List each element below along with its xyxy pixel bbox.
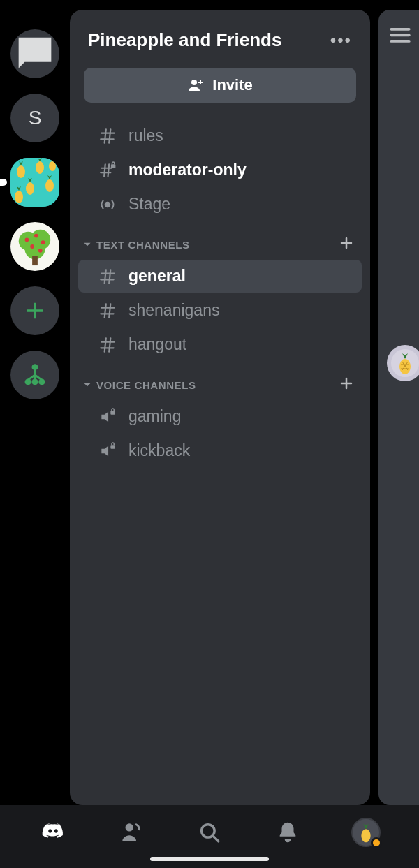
svg-point-18	[33, 380, 37, 384]
add-channel-button[interactable]	[338, 375, 355, 395]
server-rail: S	[0, 10, 70, 805]
channel-label: shenanigans	[128, 301, 219, 320]
channel-label: moderator-only	[128, 161, 247, 179]
stage-icon	[98, 196, 117, 214]
active-server-indicator	[0, 179, 7, 186]
svg-point-16	[33, 365, 37, 369]
plus-icon	[338, 235, 355, 251]
channel-label: Stage	[128, 195, 170, 214]
text-icon	[98, 267, 117, 286]
channel-label: hangout	[128, 335, 186, 354]
svg-point-3	[26, 182, 34, 195]
svg-point-17	[26, 380, 30, 384]
tab-notifications[interactable]	[267, 811, 309, 853]
svg-point-30	[126, 823, 133, 831]
svg-rect-24	[110, 445, 115, 448]
server-menu-button[interactable]: •••	[330, 31, 352, 50]
channel-general[interactable]: general	[78, 260, 362, 293]
chat-preview-sliver[interactable]	[378, 10, 419, 805]
channel-panel: Pineapple and Friends ••• Invite rulesmo…	[70, 10, 370, 805]
text-icon	[98, 127, 117, 145]
svg-point-10	[25, 237, 29, 242]
channel-moderator-only[interactable]: moderator-only	[78, 154, 362, 186]
svg-point-6	[49, 161, 56, 171]
tab-friends[interactable]	[110, 811, 152, 853]
channel-kickback[interactable]: kickback	[78, 434, 362, 467]
svg-rect-27	[390, 40, 410, 43]
text-icon	[98, 302, 117, 320]
chevron-down-icon	[82, 240, 92, 249]
channel-label: gaming	[128, 407, 181, 426]
add-channel-button[interactable]	[338, 235, 355, 254]
chat-bubble-icon	[10, 29, 59, 78]
voice-locked-icon	[98, 442, 117, 460]
category-toggle[interactable]: VOICE CHANNELS	[82, 379, 196, 391]
friend-wave-icon	[119, 821, 143, 844]
pineapple-avatar-icon	[391, 349, 419, 377]
category-voice-channels: VOICE CHANNELS	[70, 362, 370, 399]
pineapple-pattern-icon	[10, 158, 59, 207]
category-label: VOICE CHANNELS	[96, 379, 196, 391]
svg-point-20	[191, 80, 197, 85]
channel-rules[interactable]: rules	[78, 119, 362, 152]
svg-rect-26	[390, 34, 410, 37]
svg-point-5	[15, 191, 23, 203]
text-icon	[98, 336, 117, 354]
discord-logo-icon	[41, 821, 65, 844]
tab-profile[interactable]	[345, 811, 387, 853]
svg-point-4	[45, 179, 54, 192]
server-tree[interactable]	[10, 222, 59, 271]
category-label: TEXT CHANNELS	[96, 239, 190, 251]
svg-point-13	[30, 244, 34, 249]
svg-point-12	[41, 240, 45, 244]
svg-point-31	[202, 825, 214, 837]
tree-icon	[15, 226, 55, 267]
category-toggle[interactable]: TEXT CHANNELS	[82, 239, 190, 251]
text-locked-icon	[98, 161, 117, 179]
channel-label: kickback	[128, 441, 190, 460]
svg-point-29	[399, 359, 411, 374]
invite-label: Invite	[212, 76, 252, 94]
hamburger-icon[interactable]	[390, 28, 411, 46]
plus-icon	[338, 375, 355, 392]
home-indicator	[150, 857, 269, 861]
category-text-channels: TEXT CHANNELS	[70, 222, 370, 258]
server-pineapple[interactable]	[10, 158, 59, 207]
discover-servers-button[interactable]	[10, 351, 59, 399]
status-idle-icon	[371, 837, 382, 848]
svg-rect-15	[32, 256, 38, 266]
tab-home[interactable]	[32, 811, 74, 853]
add-server-button[interactable]	[10, 286, 59, 335]
svg-point-19	[40, 380, 44, 384]
plus-icon	[23, 299, 47, 323]
invite-button[interactable]: Invite	[84, 68, 356, 103]
svg-rect-21	[111, 164, 116, 168]
message-avatar[interactable]	[387, 345, 419, 381]
server-s[interactable]: S	[10, 94, 59, 142]
svg-point-14	[38, 249, 43, 253]
profile-avatar	[351, 818, 381, 847]
tab-search[interactable]	[189, 811, 230, 853]
svg-point-22	[105, 202, 110, 207]
svg-rect-25	[390, 28, 410, 31]
server-title[interactable]: Pineapple and Friends	[88, 29, 281, 51]
channel-label: rules	[128, 126, 163, 145]
channel-label: general	[128, 267, 186, 286]
channel-shenanigans[interactable]: shenanigans	[78, 294, 362, 327]
network-icon	[23, 363, 47, 387]
svg-point-1	[17, 165, 25, 178]
channel-hangout[interactable]: hangout	[78, 328, 362, 361]
search-icon	[198, 821, 221, 844]
channel-stage[interactable]: Stage	[78, 188, 362, 221]
svg-point-2	[36, 161, 44, 174]
person-add-icon	[187, 77, 204, 94]
svg-point-33	[361, 829, 370, 842]
svg-point-11	[34, 234, 38, 238]
dm-button[interactable]	[10, 29, 59, 78]
channel-gaming[interactable]: gaming	[78, 400, 362, 433]
server-s-initial: S	[29, 107, 42, 129]
bell-icon	[276, 821, 300, 844]
chevron-down-icon	[82, 380, 92, 390]
voice-locked-icon	[98, 408, 117, 426]
svg-rect-23	[110, 411, 115, 414]
